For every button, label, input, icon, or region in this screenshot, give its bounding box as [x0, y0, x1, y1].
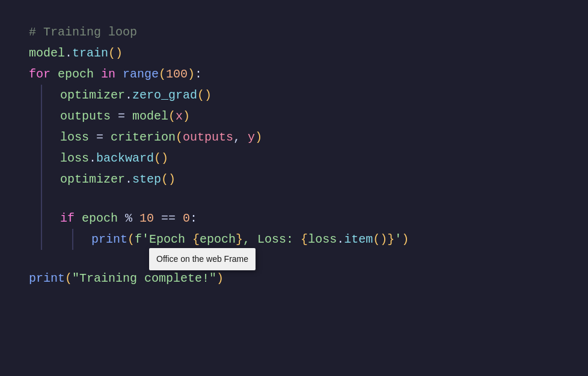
indent-bar-9 — [72, 229, 73, 250]
code-line-8: optimizer.step() — [29, 169, 559, 190]
code-line-12 — [29, 250, 559, 268]
token-100: 100 — [166, 64, 188, 85]
code-line-3: for epoch in range(100): — [29, 64, 559, 85]
tooltip: Office on the web Frame — [149, 248, 256, 270]
indent-bar-6 — [41, 190, 42, 208]
token-for: for — [29, 64, 58, 85]
indent-bar-7 — [41, 208, 42, 229]
code-editor: # Training loop model.train() for epoch … — [0, 0, 588, 376]
indent-bar-3 — [41, 127, 42, 148]
token-epoch: epoch — [58, 64, 101, 85]
indent-bar-2 — [41, 106, 42, 127]
code-line-1: # Training loop — [29, 22, 559, 43]
code-line-13: print("Training complete!") — [29, 268, 559, 289]
token-model: model — [29, 43, 65, 64]
code-line-7: loss.backward() — [29, 148, 559, 169]
code-line-5: outputs = model(x) — [29, 106, 559, 127]
code-line-9 — [29, 190, 559, 208]
indent-bar-1 — [41, 85, 42, 106]
token-range: range — [123, 64, 159, 85]
indent-bar-5 — [41, 169, 42, 190]
code-line-10: if epoch % 10 == 0: — [29, 208, 559, 229]
code-line-11: print(f'Epoch {epoch}, Loss: {loss.item(… — [29, 229, 559, 250]
code-line-2: model.train() — [29, 43, 559, 64]
indent-bar-8 — [41, 229, 42, 250]
token-in: in — [101, 64, 123, 85]
code-block: # Training loop model.train() for epoch … — [29, 22, 559, 289]
token-train: train — [72, 43, 108, 64]
comment-text: # Training loop — [29, 22, 137, 43]
code-line-6: loss = criterion(outputs, y) — [29, 127, 559, 148]
code-line-4: optimizer.zero_grad() — [29, 85, 559, 106]
indent-bar-4 — [41, 148, 42, 169]
